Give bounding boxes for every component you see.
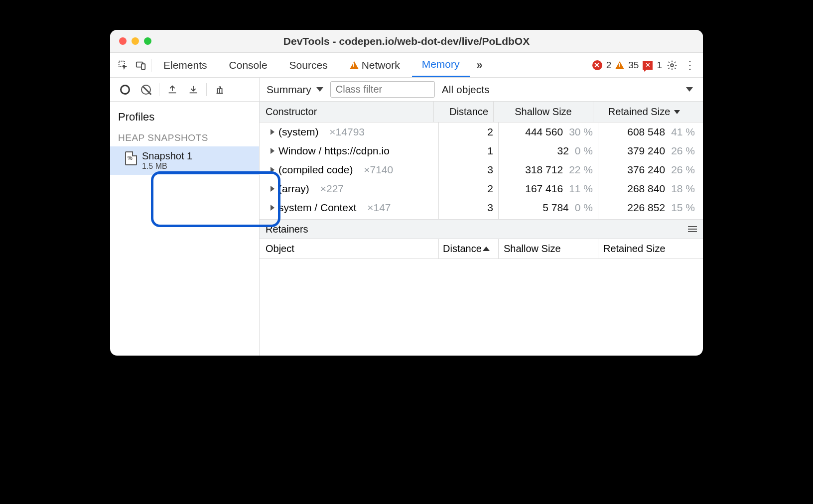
expand-icon[interactable] — [271, 148, 274, 154]
col-distance[interactable]: Distance — [434, 102, 494, 122]
rcol-distance[interactable]: Distance — [439, 239, 499, 258]
inspect-element-icon[interactable] — [115, 57, 131, 73]
divider — [206, 83, 207, 96]
record-icon[interactable] — [117, 82, 133, 98]
shallow-value: 5 784 — [542, 202, 569, 214]
distance-value: 2 — [487, 183, 493, 195]
zoom-window-icon[interactable] — [144, 37, 151, 45]
divider — [151, 59, 151, 72]
tab-console[interactable]: Console — [219, 53, 277, 77]
warning-count: 35 — [628, 60, 639, 71]
constructor-name: (compiled code) — [278, 164, 353, 176]
constructor-name: (array) — [278, 183, 309, 195]
toolbar-right-group: Summary All objects — [260, 78, 703, 101]
distance-value: 1 — [487, 145, 493, 157]
snapshot-size: 1.5 MB — [142, 162, 192, 171]
minimize-window-icon[interactable] — [132, 37, 139, 45]
chevron-down-icon[interactable] — [686, 87, 693, 92]
settings-gear-icon[interactable] — [664, 57, 680, 73]
view-mode-select[interactable]: Summary — [267, 84, 323, 96]
snapshot-file-icon — [125, 151, 137, 165]
shallow-pct: 0 % — [575, 202, 593, 214]
constructors-table-header: Constructor Distance Shallow Size Retain… — [260, 102, 703, 123]
instance-count: ×14793 — [329, 126, 365, 138]
tab-sources[interactable]: Sources — [279, 53, 338, 77]
window-controls — [119, 37, 151, 45]
table-row[interactable]: system / Context ×14735 7840 %226 85215 … — [260, 198, 703, 217]
issues-icon: ✕ — [643, 61, 653, 70]
shallow-pct: 30 % — [569, 126, 593, 138]
distance-value: 2 — [487, 126, 493, 138]
device-toggle-icon[interactable] — [133, 57, 149, 73]
retained-pct: 26 % — [671, 164, 695, 176]
constructor-name: Window / https://cdpn.io — [278, 145, 390, 157]
tab-memory[interactable]: Memory — [412, 53, 470, 77]
constructors-table-body[interactable]: (system) ×147932444 56030 %608 54841 %Wi… — [260, 123, 703, 219]
rcol-shallow[interactable]: Shallow Size — [499, 239, 598, 258]
table-row[interactable]: Window / https://cdpn.io1320 %379 24026 … — [260, 141, 703, 160]
instance-count: ×7140 — [364, 164, 393, 176]
chevron-down-icon — [316, 87, 323, 92]
profiles-heading: Profiles — [110, 107, 259, 127]
expand-icon[interactable] — [271, 205, 274, 211]
download-icon[interactable] — [185, 82, 201, 98]
tab-elements[interactable]: Elements — [153, 53, 217, 77]
divider — [159, 83, 159, 96]
snapshot-name: Snapshot 1 — [142, 150, 192, 162]
status-counters[interactable]: ✕ 2 35 ✕ 1 — [592, 60, 662, 71]
class-filter-input[interactable] — [330, 81, 435, 98]
objects-scope-select[interactable]: All objects — [442, 84, 490, 96]
shallow-value: 444 560 — [525, 126, 563, 138]
rcol-object[interactable]: Object — [260, 239, 439, 258]
heap-snapshots-label: HEAP SNAPSHOTS — [110, 127, 259, 146]
tab-label: Network — [362, 59, 400, 71]
rcol-retained[interactable]: Retained Size — [598, 239, 703, 258]
expand-icon[interactable] — [271, 129, 274, 135]
objects-scope-label: All objects — [442, 84, 490, 96]
garbage-collect-icon[interactable] — [212, 82, 228, 98]
shallow-value: 32 — [557, 145, 568, 157]
constructor-name: system / Context — [278, 202, 356, 214]
expand-icon[interactable] — [271, 167, 274, 173]
col-constructor[interactable]: Constructor — [260, 102, 434, 122]
snapshot-item[interactable]: Snapshot 1 1.5 MB — [110, 146, 259, 175]
svg-point-3 — [671, 64, 674, 67]
error-count: 2 — [606, 60, 612, 71]
instance-count: ×147 — [367, 202, 391, 214]
shallow-pct: 0 % — [575, 145, 593, 157]
retainers-empty-body — [260, 259, 703, 356]
retainers-menu-icon[interactable] — [688, 226, 697, 232]
tab-network[interactable]: Network — [340, 53, 410, 77]
shallow-value: 318 712 — [525, 164, 563, 176]
more-tabs-icon[interactable]: » — [472, 57, 488, 73]
warning-icon — [350, 61, 359, 69]
retained-value: 268 840 — [627, 183, 665, 195]
memory-toolbar: Summary All objects — [110, 78, 703, 102]
table-row[interactable]: (compiled code) ×71403318 71222 %376 240… — [260, 160, 703, 179]
svg-rect-2 — [141, 64, 145, 69]
col-shallow-size[interactable]: Shallow Size — [494, 102, 593, 122]
tab-label: Memory — [422, 58, 460, 70]
retainers-table-header: Object Distance Shallow Size Retained Si… — [260, 239, 703, 259]
titlebar: DevTools - codepen.io/web-dot-dev/live/P… — [110, 30, 703, 53]
expand-icon[interactable] — [271, 186, 274, 192]
tab-label: Sources — [289, 59, 328, 71]
retained-pct: 41 % — [671, 126, 695, 138]
retained-value: 379 240 — [627, 145, 665, 157]
profiles-sidebar: Profiles HEAP SNAPSHOTS Snapshot 1 1.5 M… — [110, 102, 260, 356]
issues-count: 1 — [657, 60, 662, 71]
clear-icon[interactable] — [138, 82, 154, 98]
main-tabbar: Elements Console Sources Network Memory … — [110, 53, 703, 78]
retained-pct: 26 % — [671, 145, 695, 157]
table-row[interactable]: (system) ×147932444 56030 %608 54841 % — [260, 123, 703, 141]
window-title: DevTools - codepen.io/web-dot-dev/live/P… — [110, 35, 703, 47]
close-window-icon[interactable] — [119, 37, 127, 45]
instance-count: ×227 — [320, 183, 344, 195]
upload-icon[interactable] — [164, 82, 180, 98]
retainers-label: Retainers — [266, 224, 308, 235]
kebab-menu-icon[interactable]: ⋮ — [682, 57, 698, 73]
error-icon: ✕ — [592, 60, 602, 70]
table-row[interactable]: (array) ×2272167 41611 %268 84018 % — [260, 179, 703, 198]
col-retained-size[interactable]: Retained Size — [593, 102, 698, 122]
content-area: Profiles HEAP SNAPSHOTS Snapshot 1 1.5 M… — [110, 102, 703, 356]
